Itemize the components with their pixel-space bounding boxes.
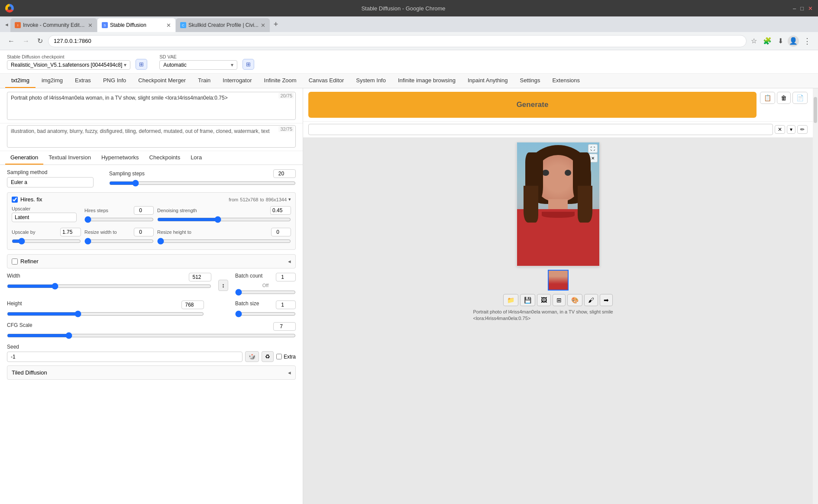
seed-clear-btn[interactable]: ♻ <box>262 351 274 362</box>
resize-height-input[interactable] <box>271 228 291 236</box>
width-slider[interactable] <box>7 283 211 290</box>
sampling-steps-slider[interactable] <box>109 180 296 187</box>
vae-select[interactable]: Automatic ▾ <box>159 60 237 70</box>
height-slider[interactable] <box>7 310 204 317</box>
tab-extras[interactable]: Extras <box>69 74 97 88</box>
batch-size-slider[interactable] <box>235 310 296 317</box>
trash-btn[interactable]: 🗑 <box>777 92 791 104</box>
minimize-btn[interactable]: – <box>793 5 796 12</box>
extensions-btn[interactable]: 🧩 <box>761 35 773 47</box>
window-controls[interactable]: – □ ✕ <box>793 5 813 12</box>
tab-infinitezoom[interactable]: Infinite Zoom <box>258 74 303 88</box>
tab-img2img[interactable]: img2img <box>36 74 69 88</box>
denoising-slider[interactable] <box>157 216 291 223</box>
send-to-folder-btn[interactable]: 📁 <box>503 294 518 306</box>
seed-input[interactable] <box>7 352 242 362</box>
resize-width-input[interactable] <box>134 228 154 236</box>
tab-inpaintanything[interactable]: Inpaint Anything <box>462 74 514 88</box>
height-input[interactable] <box>181 300 204 309</box>
style-text-input[interactable] <box>308 124 773 135</box>
style-paint-btn[interactable]: ✏ <box>797 125 808 134</box>
tab-pnginfo[interactable]: PNG Info <box>97 74 132 88</box>
send-to-inpaint-btn[interactable]: ⊞ <box>553 294 566 306</box>
tab-infinitebrowsing[interactable]: Infinite image browsing <box>392 74 462 88</box>
tab-systeminfo[interactable]: System Info <box>350 74 392 88</box>
refiner-checkbox-label[interactable]: Refiner <box>12 258 39 265</box>
close-btn[interactable]: ✕ <box>808 5 813 12</box>
extra-checkbox-label[interactable]: Extra <box>276 354 296 360</box>
upscale-by-slider[interactable] <box>12 238 81 245</box>
hires-checkbox-label[interactable]: Hires. fix <box>12 196 42 203</box>
sd-tab-close[interactable]: ✕ <box>166 22 171 29</box>
subtab-checkpoints[interactable]: Checkpoints <box>144 151 186 165</box>
checkpoint-select[interactable]: Realistic_Vision_V5.1.safetensors [00445… <box>7 60 130 70</box>
seed-dice-btn[interactable]: 🎲 <box>245 351 259 362</box>
extra-checkbox[interactable] <box>276 354 282 359</box>
batch-count-slider[interactable] <box>235 289 296 296</box>
cfg-scale-slider[interactable] <box>7 332 296 339</box>
tab-checkpoint[interactable]: Checkpoint Merger <box>132 74 192 88</box>
send-to-img2img-btn[interactable]: 🖼 <box>537 294 551 306</box>
tab-settings[interactable]: Settings <box>514 74 546 88</box>
style-x-btn[interactable]: ✕ <box>775 125 785 134</box>
vae-icon-btn[interactable]: ⊞ <box>242 59 254 70</box>
hires-dropdown-arrow[interactable]: ▾ <box>288 197 291 202</box>
image-expand-btn[interactable]: ⛶ <box>588 144 598 153</box>
send-to-canvas-btn[interactable]: 🖌 <box>584 294 598 306</box>
send-to-extras-btn[interactable]: 🎨 <box>567 294 582 306</box>
batch-count-input[interactable] <box>276 273 296 281</box>
denoising-input[interactable] <box>270 206 291 215</box>
bookmark-btn[interactable]: ☆ <box>749 35 759 47</box>
negative-prompt-input[interactable] <box>7 125 296 148</box>
resize-height-slider[interactable] <box>157 238 291 245</box>
hires-steps-slider[interactable] <box>84 216 154 223</box>
subtab-hypernetworks[interactable]: Hypernetworks <box>96 151 144 165</box>
subtab-textualinversion[interactable]: Textual Inversion <box>43 151 96 165</box>
tab-arrow-left[interactable]: ◂ <box>3 21 10 28</box>
resize-width-slider[interactable] <box>84 238 154 245</box>
download-btn[interactable]: ⬇ <box>776 35 785 47</box>
tab-skullkid[interactable]: C Skullkid Creator Profile | Civi... ✕ <box>176 18 270 32</box>
scrollbar-thumb[interactable] <box>814 97 817 123</box>
style-dropdown-btn[interactable]: ▾ <box>787 125 795 134</box>
refresh-btn[interactable]: ↻ <box>35 35 45 47</box>
tab-stablediffusion[interactable]: S Stable Diffusion ✕ <box>97 18 175 32</box>
save-btn[interactable]: 💾 <box>520 294 535 306</box>
tab-canvaseditor[interactable]: Canvas Editor <box>303 74 350 88</box>
subtab-lora[interactable]: Lora <box>185 151 207 165</box>
forward-btn[interactable]: → <box>20 36 32 47</box>
copy-to-clipboard-btn[interactable]: 📋 <box>760 92 775 104</box>
swap-dimensions-btn[interactable]: ↕ <box>218 280 228 291</box>
refiner-checkbox[interactable] <box>12 258 18 265</box>
tab-train[interactable]: Train <box>192 74 217 88</box>
hires-checkbox[interactable] <box>12 197 18 203</box>
checkpoint-icon-btn[interactable]: ⊞ <box>136 59 147 70</box>
sampling-method-select[interactable]: Euler a Euler LMS DPM++ 2M Karras <box>7 177 94 187</box>
menu-btn[interactable]: ⋮ <box>802 35 813 48</box>
width-input[interactable] <box>189 273 211 281</box>
address-input[interactable] <box>48 35 747 47</box>
generate-button[interactable]: Generate <box>308 92 757 118</box>
upscaler-select[interactable]: Latent ESRGAN_4x R-ESRGAN 4x+ <box>12 213 77 222</box>
batch-size-input[interactable] <box>276 300 296 309</box>
invoke-tab-close[interactable]: ✕ <box>88 22 93 29</box>
tab-interrogator[interactable]: Interrogator <box>217 74 258 88</box>
skullkid-tab-close[interactable]: ✕ <box>261 22 265 29</box>
upscale-by-input[interactable] <box>60 228 81 236</box>
delete-btn[interactable]: ➡ <box>600 294 613 306</box>
tiled-diffusion-arrow[interactable]: ◂ <box>288 369 291 376</box>
refiner-arrow[interactable]: ◂ <box>288 258 291 265</box>
new-tab-btn[interactable]: + <box>270 20 282 29</box>
tab-txt2img[interactable]: txt2img <box>5 74 36 88</box>
clipboard2-btn[interactable]: 📄 <box>792 92 808 104</box>
thumbnail-1[interactable] <box>548 270 569 291</box>
cfg-scale-input[interactable] <box>273 322 296 331</box>
maximize-btn[interactable]: □ <box>800 5 804 12</box>
tab-extensions[interactable]: Extensions <box>546 74 586 88</box>
sampling-steps-input[interactable] <box>273 169 296 178</box>
hires-steps-input[interactable] <box>134 206 154 215</box>
subtab-generation[interactable]: Generation <box>5 151 43 165</box>
profile-btn[interactable]: 👤 <box>788 36 799 47</box>
positive-prompt-input[interactable] <box>7 92 296 120</box>
tab-invoke[interactable]: I Invoke - Community Edition ✕ <box>10 18 97 32</box>
